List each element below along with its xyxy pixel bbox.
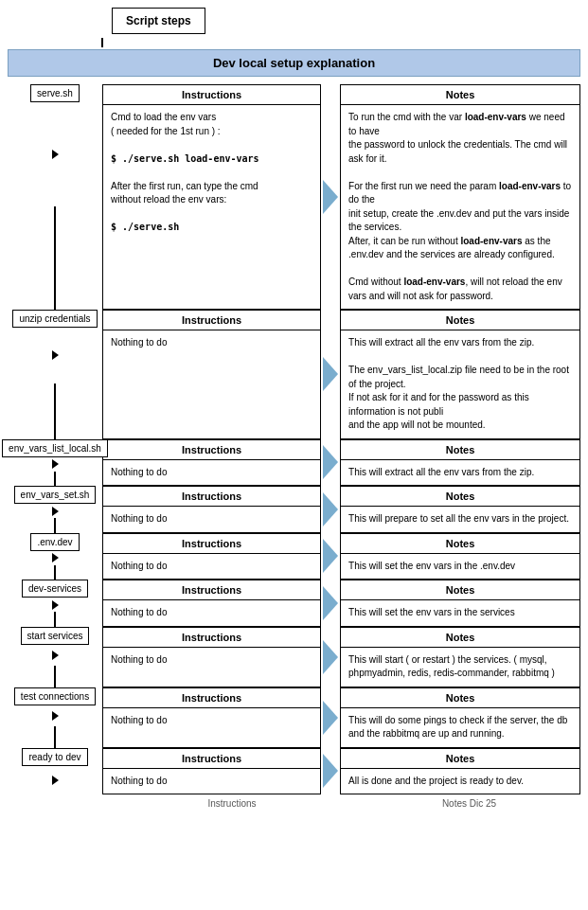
instructions-col-7: InstructionsNothing to do xyxy=(102,687,321,748)
instructions-header-3: Instructions xyxy=(103,487,320,507)
h-arrow-2 xyxy=(52,457,59,472)
step-left-3: env_vars_set.sh xyxy=(8,486,102,533)
instructions-body-3: Nothing to do xyxy=(103,507,320,532)
step-label-8: ready to dev xyxy=(22,748,87,766)
instructions-col-2: InstructionsNothing to do xyxy=(102,439,321,487)
notes-body-0: To run the cmd with the var load-env-var… xyxy=(341,105,579,309)
step-row-0: serve.shInstructionsCmd to load the env … xyxy=(8,84,580,310)
notes-body-2: This will extract all the env vars from … xyxy=(341,460,579,486)
col-arrow-6 xyxy=(321,627,340,687)
notes-header-6: Notes xyxy=(341,628,579,648)
script-steps-title: Script steps xyxy=(112,8,205,34)
instructions-col-1: InstructionsNothing to do xyxy=(102,310,321,439)
notes-header-0: Notes xyxy=(341,85,579,105)
instructions-header-7: Instructions xyxy=(103,688,320,708)
vline-5 xyxy=(54,612,56,626)
step-label-2: env_vars_list_local.sh xyxy=(2,439,108,457)
notes-col-4: NotesThis will set the env vars in the .… xyxy=(340,533,580,580)
step-left-8: ready to dev xyxy=(8,748,102,795)
step-left-4: .env.dev xyxy=(8,533,102,580)
step-row-1: unzip credentialsInstructionsNothing to … xyxy=(8,310,580,439)
h-arrow-3 xyxy=(52,504,59,518)
notes-body-6: This will start ( or restart ) the servi… xyxy=(341,648,579,687)
instructions-header-2: Instructions xyxy=(103,440,320,460)
notes-header-8: Notes xyxy=(341,749,579,769)
instructions-header-6: Instructions xyxy=(103,628,320,648)
step-row-7: test connectionsInstructionsNothing to d… xyxy=(8,687,580,748)
vline-0 xyxy=(54,206,56,311)
notes-col-5: NotesThis will set the env vars in the s… xyxy=(340,580,580,627)
vline-2 xyxy=(54,472,56,486)
notes-body-8: All is done and the project is ready to … xyxy=(341,769,579,794)
notes-body-3: This will prepare to set all the env var… xyxy=(341,507,579,532)
h-arrow-4 xyxy=(52,551,59,565)
step-label-0: serve.sh xyxy=(30,84,80,102)
notes-body-4: This will set the env vars in the .env.d… xyxy=(341,554,579,580)
step-label-7: test connections xyxy=(14,687,96,705)
header-bar: Dev local setup explanation xyxy=(8,49,580,77)
instructions-body-2: Nothing to do xyxy=(103,460,320,486)
step-left-1: unzip credentials xyxy=(8,310,102,439)
instructions-body-8: Nothing to do xyxy=(103,769,320,794)
step-label-1: unzip credentials xyxy=(12,310,97,328)
step-left-0: serve.sh xyxy=(8,84,102,310)
instructions-body-0: Cmd to load the env vars( needed for the… xyxy=(103,105,320,309)
page: Script steps Dev local setup explanation… xyxy=(0,0,588,816)
notes-col-2: NotesThis will extract all the env vars … xyxy=(340,439,580,487)
step-label-3: env_vars_set.sh xyxy=(14,486,97,504)
notes-col-1: NotesThis will extract all the env vars … xyxy=(340,310,580,439)
notes-header-3: Notes xyxy=(341,487,579,507)
instructions-col-3: InstructionsNothing to do xyxy=(102,486,321,533)
vline-7 xyxy=(54,726,56,748)
step-left-7: test connections xyxy=(8,687,102,748)
notes-col-3: NotesThis will prepare to set all the en… xyxy=(340,486,580,533)
h-arrow-6 xyxy=(52,645,59,667)
step-left-5: dev-services xyxy=(8,580,102,627)
step-row-8: ready to devInstructionsNothing to doNot… xyxy=(8,748,580,795)
col-arrow-7 xyxy=(321,687,340,748)
instructions-body-4: Nothing to do xyxy=(103,554,320,580)
step-label-5: dev-services xyxy=(22,580,88,598)
h-arrow-0 xyxy=(52,102,59,206)
steps-container: serve.shInstructionsCmd to load the env … xyxy=(8,84,580,794)
h-arrow-7 xyxy=(52,705,59,727)
notes-header-7: Notes xyxy=(341,688,579,708)
step-row-5: dev-servicesInstructionsNothing to doNot… xyxy=(8,580,580,627)
notes-col-0: NotesTo run the cmd with the var load-en… xyxy=(340,84,580,310)
instructions-body-6: Nothing to do xyxy=(103,648,320,687)
notes-header-1: Notes xyxy=(341,311,579,330)
instructions-body-5: Nothing to do xyxy=(103,600,320,626)
instructions-header-8: Instructions xyxy=(103,749,320,769)
instructions-header-4: Instructions xyxy=(103,534,320,554)
vline-4 xyxy=(54,565,56,580)
step-row-4: .env.devInstructionsNothing to doNotesTh… xyxy=(8,533,580,580)
notes-header-2: Notes xyxy=(341,440,579,460)
step-label-4: .env.dev xyxy=(30,533,79,551)
vline-1 xyxy=(54,384,56,439)
notes-header-4: Notes xyxy=(341,534,579,554)
bottom-notes-label: Notes Dic 25 xyxy=(360,798,579,809)
notes-body-1: This will extract all the env vars from … xyxy=(341,330,579,438)
instructions-body-7: Nothing to do xyxy=(103,708,320,747)
notes-col-8: NotesAll is done and the project is read… xyxy=(340,748,580,795)
step-left-6: start services xyxy=(8,627,102,687)
col-arrow-4 xyxy=(321,533,340,580)
h-arrow-5 xyxy=(52,598,59,612)
vline-6 xyxy=(54,666,56,687)
col-arrow-2 xyxy=(321,439,340,487)
notes-col-7: NotesThis will do some pings to check if… xyxy=(340,687,580,748)
instructions-col-5: InstructionsNothing to do xyxy=(102,580,321,627)
col-arrow-1 xyxy=(321,310,340,439)
instructions-body-1: Nothing to do xyxy=(103,330,320,438)
step-row-6: start servicesInstructionsNothing to doN… xyxy=(8,627,580,687)
instructions-col-4: InstructionsNothing to do xyxy=(102,533,321,580)
notes-body-5: This will set the env vars in the servic… xyxy=(341,600,579,626)
instructions-header-1: Instructions xyxy=(103,311,320,330)
step-left-2: env_vars_list_local.sh xyxy=(8,439,102,487)
notes-body-7: This will do some pings to check if the … xyxy=(341,708,579,747)
col-arrow-0 xyxy=(321,84,340,310)
instructions-col-6: InstructionsNothing to do xyxy=(102,627,321,687)
instructions-header-0: Instructions xyxy=(103,85,320,105)
h-arrow-8 xyxy=(52,766,59,795)
instructions-col-8: InstructionsNothing to do xyxy=(102,748,321,795)
